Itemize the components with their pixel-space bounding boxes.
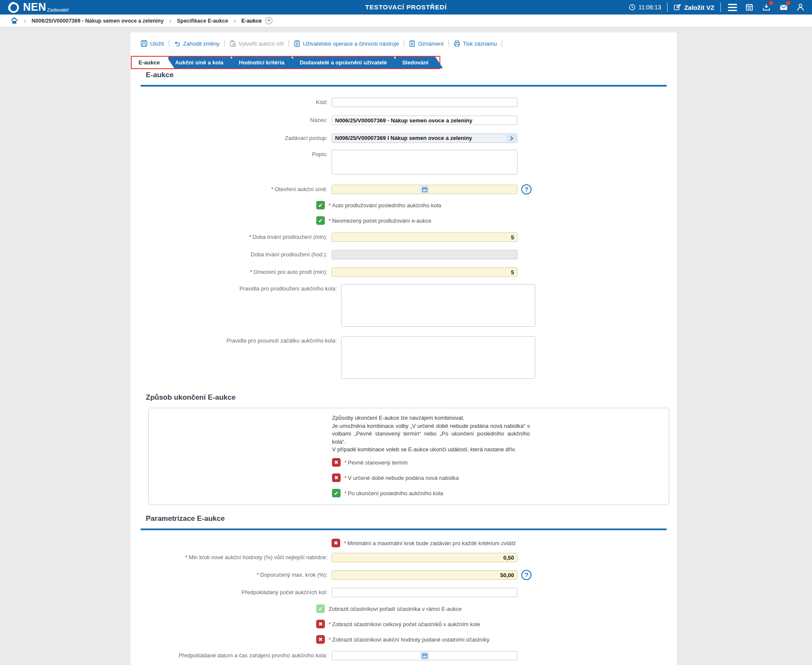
checkbox-v-urcene-dobe[interactable]: V určené době nebude podána nová nabídka bbox=[332, 473, 459, 482]
max-krok-input[interactable] bbox=[332, 570, 517, 580]
checkbox-auto-prodluzovani[interactable]: Auto prodlužování posledního aukčního ko… bbox=[316, 200, 441, 210]
help-icon[interactable] bbox=[521, 570, 532, 580]
close-tab-button[interactable] bbox=[265, 17, 272, 24]
checkbox-checked-icon[interactable] bbox=[316, 201, 325, 209]
required-asterisk bbox=[329, 621, 332, 627]
checkbox-label: Zobrazit účastníkovi celkový počet účast… bbox=[329, 621, 480, 627]
popis-label: Popis: bbox=[130, 150, 327, 159]
calendar-button[interactable] bbox=[744, 2, 755, 13]
zpusob-ukonceni-box: Způsoby ukončení E-aukce lze navzájem ko… bbox=[148, 408, 669, 505]
omezeni-input[interactable] bbox=[332, 267, 517, 277]
calendar-icon bbox=[422, 187, 428, 192]
tab-hodnotici-kriteria[interactable]: Hodnotící kritéria bbox=[232, 57, 299, 68]
checkbox-checked-disabled-icon bbox=[316, 604, 325, 613]
checkbox-unchecked-icon[interactable] bbox=[332, 458, 341, 467]
record-toolbar: Uložit Zahodit změny Vytvořit aukční síň bbox=[141, 38, 507, 49]
header-divider bbox=[720, 3, 721, 12]
checkbox-label: Zobrazit účastníkovi pořadí účastníka v … bbox=[329, 606, 462, 612]
pravidla-posunuti-label: Pravidla pro posunutí začátku aukčního k… bbox=[130, 336, 337, 346]
doba-min-label: Doba trvání prodloužení (min): bbox=[130, 232, 327, 242]
checkbox-min-max-krok[interactable]: Minimální a maximální krok bude zadáván … bbox=[332, 538, 516, 548]
info-line: Je umožněna kombinace volby „V určené do… bbox=[332, 422, 530, 446]
pravidla-prodlouzeni-textarea[interactable] bbox=[341, 284, 535, 327]
checkbox-label: Auto prodlužování posledního aukčního ko… bbox=[329, 202, 441, 209]
popis-textarea[interactable] bbox=[332, 150, 517, 174]
user-operations-label: Uživatelské operace a činnosti nástroje bbox=[303, 41, 399, 47]
toolbar-separator bbox=[448, 40, 449, 47]
kod-input[interactable] bbox=[332, 98, 517, 107]
section-underline bbox=[141, 85, 667, 87]
header-divider bbox=[667, 3, 668, 12]
checkbox-pevne-stanoveny-termin[interactable]: Pevně stanovený termín bbox=[332, 458, 407, 467]
omezeni-label: Omezení pro auto prodl (min): bbox=[130, 267, 327, 277]
checkbox-zobrazit-hodnoty[interactable]: Zobrazit účastníkovi aukční hodnoty poda… bbox=[316, 635, 489, 644]
doba-min-input[interactable] bbox=[332, 232, 517, 242]
notification-dot bbox=[786, 1, 790, 5]
nazev-input[interactable] bbox=[332, 116, 517, 125]
checkbox-unchecked-icon[interactable] bbox=[332, 539, 340, 547]
checkbox-unchecked-icon[interactable] bbox=[316, 620, 325, 628]
zadavaci-postup-label: Zadávací postup: bbox=[130, 134, 327, 143]
doba-hod-label: Doba trvání prodloužení (hod.): bbox=[130, 250, 327, 259]
tab-aukcni-sine-a-kola[interactable]: Aukční síně a kola bbox=[168, 57, 238, 68]
zadavaci-postup-field: N006/25/V00007369 I Nákup semen ovoce a … bbox=[332, 134, 517, 143]
calendar-picker-button[interactable] bbox=[420, 186, 429, 193]
required-asterisk bbox=[344, 540, 347, 546]
downloads-button[interactable] bbox=[761, 2, 772, 13]
min-krok-input[interactable] bbox=[332, 553, 517, 562]
checkbox-checked-icon[interactable] bbox=[332, 489, 341, 497]
home-button[interactable] bbox=[10, 17, 18, 25]
pravidla-posunuti-textarea[interactable] bbox=[341, 336, 535, 379]
clock-display: 11:06:13 bbox=[629, 4, 661, 11]
checkbox-po-ukonceni-kola[interactable]: Po ukončení posledního aukčního kola bbox=[332, 488, 443, 498]
checkbox-zobrazit-pocet[interactable]: Zobrazit účastníkovi celkový počet účast… bbox=[316, 619, 480, 629]
open-postup-button[interactable] bbox=[507, 135, 516, 142]
chevron-right-icon bbox=[510, 136, 514, 141]
nazev-label: Název: bbox=[130, 116, 327, 125]
undo-icon bbox=[174, 40, 181, 47]
tab-sledovani[interactable]: Sledování bbox=[396, 57, 443, 68]
content-panel: Uložit Zahodit změny Vytvořit aukční síň bbox=[130, 32, 677, 665]
breadcrumb-item-procedure[interactable]: N006/25/V00007369 - Nákup semen ovoce a … bbox=[32, 18, 164, 24]
messages-button[interactable] bbox=[778, 2, 789, 13]
required-asterisk bbox=[250, 269, 254, 275]
menu-button[interactable] bbox=[727, 2, 738, 13]
info-line: Způsoby ukončení E-aukce lze navzájem ko… bbox=[332, 414, 530, 422]
tab-e-aukce[interactable]: E-aukce bbox=[132, 57, 174, 68]
clipboard-icon bbox=[409, 40, 416, 47]
pocet-kol-input[interactable] bbox=[332, 588, 517, 597]
breadcrumb-item-specification[interactable]: Specifikace E-aukce bbox=[177, 18, 228, 24]
screen: NEN Zadavatel TESTOVACÍ PROSTŘEDÍ 11:06:… bbox=[0, 0, 812, 665]
help-icon[interactable] bbox=[521, 184, 532, 195]
tab-bar: E-aukce Aukční síně a kola Hodnotící kri… bbox=[132, 57, 437, 68]
min-krok-label: Min krok nové aukční hodnoty (%) vůči ne… bbox=[130, 553, 327, 562]
time-text: 11:06:13 bbox=[639, 4, 661, 11]
toolbar-separator bbox=[224, 40, 225, 47]
breadcrumb-item-current: E-aukce bbox=[241, 18, 262, 24]
toolbar-separator bbox=[169, 40, 169, 47]
print-record-button[interactable]: Tisk záznamu bbox=[454, 40, 497, 47]
checkbox-unchecked-icon[interactable] bbox=[332, 473, 341, 482]
checkbox-label: Zobrazit účastníkovi aukční hodnoty poda… bbox=[329, 636, 489, 643]
create-room-icon bbox=[229, 40, 236, 47]
save-button[interactable]: Uložit bbox=[141, 40, 164, 47]
discard-changes-button[interactable]: Zahodit změny bbox=[174, 40, 220, 47]
breadcrumb-separator: › bbox=[24, 15, 26, 27]
checkbox-unchecked-icon[interactable] bbox=[316, 635, 325, 644]
create-room-label: Vytvořit aukční síň bbox=[239, 41, 284, 47]
required-asterisk bbox=[329, 218, 332, 224]
hamburger-icon bbox=[728, 4, 737, 11]
required-asterisk bbox=[344, 475, 348, 481]
user-operations-button[interactable]: Uživatelské operace a činnosti nástroje bbox=[294, 40, 399, 47]
breadcrumb-separator: › bbox=[169, 15, 171, 27]
profile-button[interactable] bbox=[795, 2, 806, 13]
tab-dodavatele-a-opravneni-uzivatele[interactable]: Dodavatelé a oprávnění uživatelé bbox=[293, 57, 401, 68]
required-asterisk bbox=[344, 459, 348, 466]
notifications-label: Oznámení bbox=[418, 41, 444, 47]
notifications-button[interactable]: Oznámení bbox=[409, 40, 444, 47]
zadavaci-postup-value: N006/25/V00007369 I Nákup semen ovoce a … bbox=[335, 135, 472, 141]
checkbox-neomezeny-pocet[interactable]: Neomezený počet prodlužování e-aukce bbox=[316, 216, 431, 225]
create-vz-button[interactable]: Založit VZ bbox=[673, 3, 714, 11]
checkbox-checked-icon[interactable] bbox=[316, 216, 325, 225]
calendar-picker-button[interactable] bbox=[420, 652, 429, 659]
